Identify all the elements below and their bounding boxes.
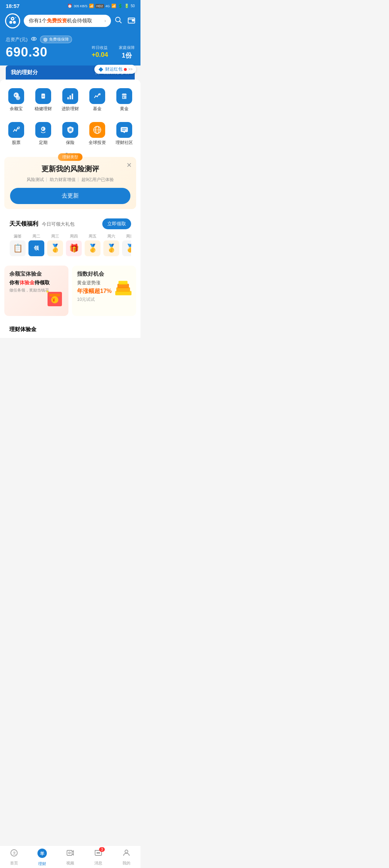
banner-arrow: ›	[104, 18, 106, 23]
day-missed-icon: 📋	[10, 240, 26, 256]
assets-value: 690.30	[6, 45, 48, 60]
steady-label: 稳健理财	[35, 106, 52, 112]
assets-label: 总资产(元)	[6, 36, 28, 43]
welfare-day-missed[interactable]: 漏签 📋	[9, 234, 26, 256]
header-bar: 你有1个免费投资机会待领取 ›	[0, 10, 140, 33]
free-badge[interactable]: 免费领保障	[40, 36, 72, 43]
menu-item-community[interactable]: 理财社区	[111, 119, 138, 149]
welfare-day-fri[interactable]: 周五 🥇	[84, 234, 101, 256]
risk-update-button[interactable]: 去更新	[10, 188, 130, 204]
day-tue-label: 周二	[32, 234, 40, 239]
welfare-header: 天天领福利 今日可领大礼包 立即领取	[9, 218, 131, 229]
promo-right-img	[113, 280, 133, 302]
menu-item-stock[interactable]: 股票	[3, 119, 30, 149]
welfare-claim-button[interactable]: 立即领取	[102, 218, 131, 229]
menu-grid-row1: ¥ 余额宝 稳健理财	[0, 85, 140, 115]
logo-inner	[6, 14, 19, 27]
eye-icon[interactable]	[31, 36, 37, 43]
advanced-label: 进阶理财	[62, 106, 79, 112]
promo-left-img: ¥	[44, 285, 66, 313]
free-label: 免费领保障	[49, 37, 69, 42]
day-sat-icon: 🥇	[103, 240, 119, 256]
welfare-day-tue[interactable]: 周二 领	[28, 234, 45, 256]
day-thu-icon: 🎁	[66, 240, 82, 256]
insurance-label: 保险	[66, 140, 75, 146]
svg-point-17	[42, 94, 44, 96]
svg-text:¥: ¥	[15, 94, 17, 97]
banner-suffix: 机会待领取	[67, 18, 92, 23]
welfare-day-sat[interactable]: 周六 🥇	[103, 234, 120, 256]
stock-icon	[8, 122, 24, 138]
community-icon	[116, 122, 132, 138]
promo-left-highlight: 体验金	[19, 280, 35, 285]
4g-icon: 4G	[106, 4, 110, 8]
day-fri-label: 周五	[89, 234, 97, 239]
menu-item-gold[interactable]: ¥ 黄金	[111, 85, 138, 115]
app-logo[interactable]	[5, 13, 20, 28]
welfare-day-wed[interactable]: 周三 🥇	[47, 234, 63, 256]
svg-rect-21	[72, 94, 73, 99]
banner-prefix: 你有1个	[29, 18, 47, 23]
welfare-section: 天天领福利 今日可领大礼包 立即领取 漏签 📋 周二 领 周三 🥇	[4, 214, 136, 261]
welfare-title: 天天领福利	[9, 221, 38, 227]
risk-item-2: 助力财富增值	[50, 177, 76, 183]
bottom-promo-title: 理财体验金	[9, 326, 131, 333]
stock-label: 股票	[12, 140, 21, 146]
menu-item-global[interactable]: 全球投资	[84, 119, 111, 149]
shield-icon	[43, 37, 48, 42]
promo-left-sub1: 你有	[9, 280, 19, 285]
menu-item-yebao[interactable]: ¥ 余额宝	[3, 85, 30, 115]
welfare-day-thu[interactable]: 周四 🎁	[66, 234, 82, 256]
day-thu-label: 周四	[70, 234, 78, 239]
svg-line-7	[120, 21, 122, 23]
hd2-badge: HD2	[95, 4, 104, 8]
risk-tag: 理财类型	[58, 153, 82, 161]
svg-rect-29	[121, 127, 128, 132]
yebao-label: 余额宝	[10, 106, 23, 112]
diamond-icon	[98, 67, 104, 72]
family-label: 家庭保障	[119, 45, 135, 50]
promo-left-title: 余额宝体验金	[9, 271, 63, 277]
finance-score-bar[interactable]: 我的理财分 测一测我有多少分 财运红包 >>	[6, 65, 135, 80]
steady-icon	[35, 88, 51, 104]
search-bar[interactable]: 你有1个免费投资机会待领取 ›	[24, 15, 111, 27]
svg-rect-19	[67, 97, 69, 99]
banner-text: 你有1个免费投资机会待领取	[29, 18, 92, 24]
alarm-icon: ⏰	[67, 4, 72, 8]
risk-subtitle: 风险测试 助力财富增值 超9亿用户已体验	[10, 177, 130, 183]
banner-highlight: 免费投资	[47, 18, 67, 23]
svg-point-10	[31, 37, 36, 40]
hongbao-float[interactable]: 财运红包 >>	[94, 65, 136, 74]
svg-point-14	[16, 96, 20, 100]
menu-item-steady[interactable]: 稳健理财	[30, 85, 57, 115]
insurance-icon: 保	[62, 122, 78, 138]
welfare-day-sun[interactable]: 周日 🥇	[122, 234, 131, 256]
svg-text:¥: ¥	[53, 298, 55, 303]
svg-rect-40	[119, 281, 128, 285]
wallet-icon[interactable]	[128, 16, 135, 26]
menu-grid-row2: 股票 ¥ 定期 保 保险	[0, 119, 140, 149]
promo-card-yebao[interactable]: 余额宝体验金 你有体验金待领取 做任务领，奖励当钱花 ¥	[4, 266, 68, 316]
svg-rect-20	[70, 95, 71, 99]
status-time: 18:57	[6, 3, 19, 9]
welfare-subtitle: 今日可领大礼包	[42, 221, 75, 227]
day-sat-label: 周六	[107, 234, 115, 239]
risk-close-button[interactable]: ✕	[126, 161, 132, 169]
menu-item-fund[interactable]: 基金	[84, 85, 111, 115]
promo-right-title: 指数好机会	[77, 271, 131, 277]
svg-text:保: 保	[68, 128, 72, 132]
menu-item-advanced[interactable]: 进阶理财	[57, 85, 84, 115]
promo-grid: 余额宝体验金 你有体验金待领取 做任务领，奖励当钱花 ¥ 指数好机会	[4, 266, 136, 316]
search-icon[interactable]	[115, 16, 122, 26]
bottom-promo[interactable]: 理财体验金	[4, 321, 136, 338]
risk-title: 更新我的风险测评	[10, 164, 130, 174]
day-sun-icon: 🥇	[122, 240, 131, 256]
menu-item-insurance[interactable]: 保 保险	[57, 119, 84, 149]
welfare-title-group: 天天领福利 今日可领大礼包	[9, 220, 75, 228]
menu-item-fixed[interactable]: ¥ 定期	[30, 119, 57, 149]
promo-card-gold[interactable]: 指数好机会 黄金逆势涨 年涨幅超17% 10元试试	[72, 266, 136, 316]
svg-point-1	[9, 21, 12, 24]
assets-right: 昨日收益 +0.04 家庭保障 1份	[91, 45, 135, 60]
signal-icon: 📶	[111, 4, 116, 8]
advanced-icon	[62, 88, 78, 104]
